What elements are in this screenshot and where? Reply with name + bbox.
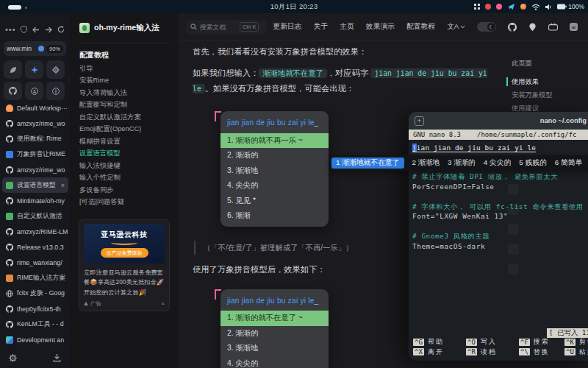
tab-default-workspace[interactable]: Default Worksp··· (2, 100, 68, 116)
tray-app-orange-icon[interactable] (520, 4, 526, 10)
tab-release[interactable]: Release v13.0.3 (2, 239, 68, 255)
ad-text[interactable]: 立即注册亚马逊云服务免费套餐📦享高达200美元抵扣金🚀开始您的云计算之旅🎉 (84, 268, 165, 297)
ime-candidate-5[interactable]: 5 贱贱的 (519, 158, 547, 168)
tab-thep0y[interactable]: thep0y/fcitx5-th (2, 301, 68, 316)
download-icon[interactable] (53, 354, 61, 362)
eject-extension-button[interactable] (25, 82, 43, 100)
ad-card[interactable]: 亚马逊云科技 云产品免费体验 立即注册亚马逊云服务免费套餐📦享高达200美元抵扣… (79, 219, 170, 311)
github-shortcut-button[interactable] (4, 82, 22, 100)
workspace-dot[interactable] (25, 7, 27, 9)
candidate-3[interactable]: 3. 渐渐地 (220, 341, 329, 356)
candidate-4[interactable]: 4. 尖尖的 (220, 178, 329, 194)
nav-about[interactable]: 关于 (314, 22, 329, 32)
tray-app-red-icon[interactable] (485, 4, 491, 10)
github-icon[interactable] (508, 23, 517, 32)
sidebar-item-guide[interactable]: 引导 (79, 63, 173, 75)
sidebar-item-language-model-active[interactable]: 设置语言模型 (79, 148, 173, 160)
nav-changelog[interactable]: 更新日志 (273, 22, 301, 32)
sidebar-item-override[interactable]: 配置覆写和定制 (79, 99, 173, 112)
outline-item-usage-effect[interactable]: 使用效果 (512, 75, 585, 88)
ad-image-button[interactable]: 云产品免费体验 (101, 248, 148, 258)
sidebar-item-import-mint[interactable]: 导入薄荷输入法 (79, 87, 173, 99)
candidate-5[interactable]: 5. 见见 * (220, 194, 329, 209)
tab-kenlm[interactable]: KenLM工具 - - d (2, 316, 68, 332)
sidebar-item-default-scheme[interactable]: 自定义默认激活方案 (79, 111, 173, 124)
pin-icon[interactable] (528, 23, 537, 32)
info-extension-button[interactable] (46, 82, 65, 100)
wifi-icon[interactable] (531, 4, 540, 10)
tab-amzxyz-rime[interactable]: amzxyz/rime_wo (2, 116, 68, 131)
sidebar-item-faq[interactable]: [可选]问题答疑 (79, 197, 173, 209)
close-icon[interactable]: × (61, 182, 65, 189)
search-input[interactable] (200, 24, 237, 31)
forward-icon[interactable] (45, 26, 52, 33)
shortcut-label: 读档 (481, 347, 497, 357)
search-box[interactable]: Ctrl K (186, 20, 267, 35)
sidebar-item-sync[interactable]: 多设备同步 (79, 184, 173, 197)
site-permission-icon[interactable] (38, 46, 44, 52)
tv-icon[interactable] (548, 23, 558, 31)
candidate-3[interactable]: 3. 渐渐地 (220, 163, 329, 179)
grid-icon[interactable] (474, 4, 480, 10)
sidebar-item-hotkeys[interactable]: 输入法快捷键 (79, 160, 173, 172)
sidebar-item-fuzzy-pinyin[interactable]: 模糊拼音设置 (79, 135, 173, 148)
ime-candidate-selected[interactable]: 1 渐渐地就不在意了 (331, 158, 404, 169)
sidebar-item-emoji[interactable]: Emoji配置(OpenCC) (79, 124, 173, 136)
sidebar-item-personalize[interactable]: 输入个性定制 (79, 172, 173, 185)
sidebar-section-title[interactable]: 配置教程 (79, 50, 109, 60)
candidate-2[interactable]: 2. 渐渐的 (220, 326, 329, 342)
docs-nav: 更新日志 关于 主页 效果演示 配置教程 文A ☾ ai (273, 22, 578, 32)
reload-icon[interactable] (57, 26, 65, 33)
outline-item-install-model[interactable]: 安装万象模型 (512, 88, 585, 102)
terminal-titlebar[interactable]: + nano ~/.config (409, 112, 588, 130)
language-selector[interactable]: 文A (447, 22, 465, 32)
volume-icon[interactable] (545, 4, 552, 10)
tab-development[interactable]: Development an (2, 332, 68, 347)
tab-wanxiang-pinyin[interactable]: 万象拼音让RIME (2, 146, 68, 162)
tab-mintimate[interactable]: Mintimate/oh-my (2, 193, 68, 208)
leaf-extension-button[interactable] (4, 60, 22, 79)
nav-demo[interactable]: 效果演示 (366, 22, 395, 32)
sidebar-item-install-rime[interactable]: 安装Rime (79, 75, 173, 88)
paragraph-example: 如果我们想输入：渐渐地就不在意了，对应码字 jian jian de jiu b… (193, 66, 494, 96)
tab-rime-wanxiang[interactable]: rime_wanxiang/ (2, 255, 68, 270)
app-icon[interactable]: ai (570, 23, 578, 31)
back-icon[interactable] (32, 26, 40, 33)
candidate-6[interactable]: 6. 渐渐 (220, 208, 329, 224)
tab-language-model-active[interactable]: 设置语言模型× (2, 177, 68, 193)
settings-extension-button[interactable] (46, 60, 65, 79)
tab-usage-tutorial[interactable]: 使用教程: Rime (2, 131, 68, 146)
nav-home[interactable]: 主页 (340, 22, 354, 32)
battery-indicator[interactable]: 100% (557, 3, 584, 10)
sparkle-icon (31, 66, 38, 74)
new-tab-icon[interactable]: + (415, 116, 424, 126)
tab-fcitx-skin[interactable]: fcitx 皮肤 - Goog (2, 286, 68, 301)
shield-icon[interactable] (21, 26, 27, 33)
ime-candidate-4[interactable]: 4 尖尖的 (484, 158, 512, 168)
candidate-2[interactable]: 2. 渐渐的 (220, 148, 329, 163)
candidate-1-selected[interactable]: 1. 渐渐的就不再一乐 ~ (220, 133, 329, 149)
url-bar[interactable]: www.min 90% (4, 41, 66, 56)
ad-image[interactable]: 亚马逊云科技 云产品免费体验 (84, 224, 165, 263)
candidate-4[interactable]: 4. 尖尖的 (220, 356, 329, 368)
menu-icon[interactable]: ••• (5, 26, 16, 33)
tab-amzxyz-rime-2[interactable]: amzxyz/rime_wo (2, 162, 68, 177)
ime-candidate-3[interactable]: 3 渐渐的 (448, 158, 476, 168)
candidate-1-selected[interactable]: 1. 渐渐的就不在意了 ~ (220, 311, 329, 326)
settings-gear-icon[interactable] (9, 354, 17, 362)
telegram-icon[interactable] (507, 3, 515, 10)
tab-rime-scheme[interactable]: RIME输入法方案 (2, 270, 68, 286)
tab-rime-lm[interactable]: amzxyz/RIME-LM (2, 224, 68, 239)
ime-candidate-2[interactable]: 2 渐渐地 (412, 158, 440, 168)
clock[interactable]: 10月1日 20:23 (270, 2, 318, 12)
tab-custom-default[interactable]: 自定义默认激活 (2, 208, 68, 224)
workspace-indicator[interactable] (8, 5, 21, 10)
ime-candidate-6[interactable]: 6 简简单 (555, 158, 583, 168)
nav-tutorial[interactable]: 配置教程 (406, 22, 435, 32)
sparkle-extension-button[interactable] (25, 60, 43, 79)
ad-close-icon[interactable]: × (161, 300, 165, 307)
zoom-badge[interactable]: 90% (46, 45, 63, 53)
tray-app-pink-icon[interactable] (496, 4, 502, 10)
site-logo[interactable]: oh-my-rime输入法 (79, 23, 159, 33)
theme-toggle[interactable]: ☾ (477, 22, 496, 32)
